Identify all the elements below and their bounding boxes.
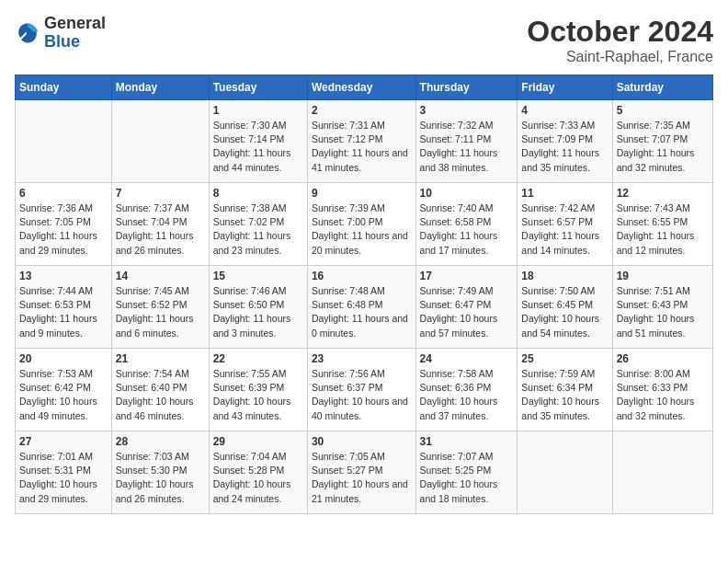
- cell-content: Sunrise: 7:54 AMSunset: 6:40 PMDaylight:…: [116, 367, 205, 423]
- calendar-week-row: 1Sunrise: 7:30 AMSunset: 7:14 PMDaylight…: [16, 100, 713, 183]
- calendar-cell: 9Sunrise: 7:39 AMSunset: 7:00 PMDaylight…: [307, 183, 415, 266]
- calendar-cell: 15Sunrise: 7:46 AMSunset: 6:50 PMDayligh…: [209, 266, 307, 349]
- day-number: 28: [116, 435, 205, 448]
- cell-content: Sunrise: 7:31 AMSunset: 7:12 PMDaylight:…: [312, 119, 412, 175]
- day-number: 30: [312, 435, 412, 448]
- calendar-cell: 8Sunrise: 7:38 AMSunset: 7:02 PMDaylight…: [209, 183, 307, 266]
- day-number: 2: [312, 104, 412, 117]
- logo-text: General Blue: [44, 15, 106, 52]
- cell-content: Sunrise: 7:03 AMSunset: 5:30 PMDaylight:…: [116, 450, 205, 506]
- calendar-cell: 2Sunrise: 7:31 AMSunset: 7:12 PMDaylight…: [307, 100, 415, 183]
- day-number: 29: [213, 435, 303, 448]
- calendar-cell: 14Sunrise: 7:45 AMSunset: 6:52 PMDayligh…: [111, 266, 209, 349]
- calendar-cell: 12Sunrise: 7:43 AMSunset: 6:55 PMDayligh…: [612, 183, 712, 266]
- cell-content: Sunrise: 7:43 AMSunset: 6:55 PMDaylight:…: [617, 201, 709, 258]
- day-number: 1: [213, 104, 303, 117]
- calendar-cell: 20Sunrise: 7:53 AMSunset: 6:42 PMDayligh…: [16, 349, 112, 431]
- cell-content: Sunrise: 7:56 AMSunset: 6:37 PMDaylight:…: [312, 367, 412, 423]
- cell-content: Sunrise: 7:45 AMSunset: 6:52 PMDaylight:…: [116, 284, 205, 340]
- calendar-cell: 1Sunrise: 7:30 AMSunset: 7:14 PMDaylight…: [209, 100, 307, 183]
- day-number: 27: [19, 435, 108, 448]
- day-number: 3: [420, 104, 514, 117]
- calendar-title: October 2024: [527, 15, 713, 49]
- cell-content: Sunrise: 7:07 AMSunset: 5:25 PMDaylight:…: [420, 450, 514, 506]
- day-number: 11: [521, 187, 608, 200]
- calendar-cell: 6Sunrise: 7:36 AMSunset: 7:05 PMDaylight…: [16, 183, 112, 266]
- calendar-cell: 13Sunrise: 7:44 AMSunset: 6:53 PMDayligh…: [16, 266, 112, 349]
- calendar-cell: 24Sunrise: 7:58 AMSunset: 6:36 PMDayligh…: [415, 349, 518, 431]
- day-number: 31: [420, 435, 514, 448]
- calendar-cell: 5Sunrise: 7:35 AMSunset: 7:07 PMDaylight…: [612, 100, 712, 183]
- header-cell: Friday: [518, 75, 612, 100]
- day-number: 6: [19, 187, 108, 200]
- day-number: 17: [420, 270, 514, 282]
- calendar-cell: 7Sunrise: 7:37 AMSunset: 7:04 PMDaylight…: [111, 183, 209, 266]
- cell-content: Sunrise: 7:48 AMSunset: 6:48 PMDaylight:…: [312, 284, 412, 340]
- day-number: 19: [617, 270, 709, 282]
- calendar-cell: 21Sunrise: 7:54 AMSunset: 6:40 PMDayligh…: [111, 349, 209, 431]
- calendar-table: SundayMondayTuesdayWednesdayThursdayFrid…: [15, 75, 713, 514]
- cell-content: Sunrise: 7:01 AMSunset: 5:31 PMDaylight:…: [19, 450, 108, 506]
- cell-content: Sunrise: 7:04 AMSunset: 5:28 PMDaylight:…: [213, 450, 303, 506]
- cell-content: Sunrise: 7:46 AMSunset: 6:50 PMDaylight:…: [213, 284, 303, 340]
- day-number: 18: [521, 270, 608, 282]
- calendar-cell: [518, 431, 612, 514]
- day-number: 25: [521, 352, 608, 365]
- day-number: 4: [521, 104, 608, 117]
- cell-content: Sunrise: 7:49 AMSunset: 6:47 PMDaylight:…: [420, 284, 514, 340]
- cell-content: Sunrise: 7:37 AMSunset: 7:04 PMDaylight:…: [116, 201, 205, 258]
- calendar-body: 1Sunrise: 7:30 AMSunset: 7:14 PMDaylight…: [16, 100, 713, 514]
- cell-content: Sunrise: 7:44 AMSunset: 6:53 PMDaylight:…: [19, 284, 108, 340]
- cell-content: Sunrise: 7:58 AMSunset: 6:36 PMDaylight:…: [420, 367, 514, 423]
- logo-general: General: [44, 15, 106, 33]
- day-number: 10: [420, 187, 514, 200]
- calendar-cell: 28Sunrise: 7:03 AMSunset: 5:30 PMDayligh…: [111, 431, 209, 514]
- cell-content: Sunrise: 7:55 AMSunset: 6:39 PMDaylight:…: [213, 367, 303, 423]
- day-number: 13: [19, 270, 108, 282]
- header-cell: Sunday: [16, 75, 112, 100]
- day-number: 21: [116, 352, 205, 365]
- calendar-week-row: 20Sunrise: 7:53 AMSunset: 6:42 PMDayligh…: [16, 349, 713, 431]
- cell-content: Sunrise: 7:32 AMSunset: 7:11 PMDaylight:…: [420, 119, 514, 175]
- cell-content: Sunrise: 7:53 AMSunset: 6:42 PMDaylight:…: [19, 367, 108, 423]
- day-number: 20: [19, 352, 108, 365]
- cell-content: Sunrise: 7:30 AMSunset: 7:14 PMDaylight:…: [213, 119, 303, 175]
- day-number: 8: [213, 187, 303, 200]
- day-number: 12: [617, 187, 709, 200]
- day-number: 5: [617, 104, 709, 117]
- calendar-cell: 17Sunrise: 7:49 AMSunset: 6:47 PMDayligh…: [415, 266, 518, 349]
- logo-blue: Blue: [44, 33, 106, 52]
- day-number: 22: [213, 352, 303, 365]
- calendar-week-row: 6Sunrise: 7:36 AMSunset: 7:05 PMDaylight…: [16, 183, 713, 266]
- cell-content: Sunrise: 7:50 AMSunset: 6:45 PMDaylight:…: [521, 284, 608, 340]
- calendar-week-row: 13Sunrise: 7:44 AMSunset: 6:53 PMDayligh…: [16, 266, 713, 349]
- calendar-cell: 18Sunrise: 7:50 AMSunset: 6:45 PMDayligh…: [518, 266, 612, 349]
- cell-content: Sunrise: 7:42 AMSunset: 6:57 PMDaylight:…: [521, 201, 608, 258]
- day-number: 7: [116, 187, 205, 200]
- calendar-cell: [111, 100, 209, 183]
- calendar-cell: 26Sunrise: 8:00 AMSunset: 6:33 PMDayligh…: [612, 349, 712, 431]
- logo-icon: [15, 20, 40, 46]
- header-row: SundayMondayTuesdayWednesdayThursdayFrid…: [16, 75, 713, 100]
- calendar-cell: 4Sunrise: 7:33 AMSunset: 7:09 PMDaylight…: [518, 100, 612, 183]
- day-number: 14: [116, 270, 205, 282]
- cell-content: Sunrise: 7:59 AMSunset: 6:34 PMDaylight:…: [521, 367, 608, 423]
- header-cell: Tuesday: [209, 75, 307, 100]
- day-number: 16: [312, 270, 412, 282]
- cell-content: Sunrise: 7:40 AMSunset: 6:58 PMDaylight:…: [420, 201, 514, 258]
- cell-content: Sunrise: 7:05 AMSunset: 5:27 PMDaylight:…: [312, 450, 412, 506]
- calendar-cell: 30Sunrise: 7:05 AMSunset: 5:27 PMDayligh…: [307, 431, 415, 514]
- calendar-header: SundayMondayTuesdayWednesdayThursdayFrid…: [16, 75, 713, 100]
- calendar-cell: 29Sunrise: 7:04 AMSunset: 5:28 PMDayligh…: [209, 431, 307, 514]
- calendar-subtitle: Saint-Raphael, France: [527, 49, 713, 65]
- calendar-cell: 25Sunrise: 7:59 AMSunset: 6:34 PMDayligh…: [518, 349, 612, 431]
- calendar-cell: [612, 431, 712, 514]
- calendar-cell: 27Sunrise: 7:01 AMSunset: 5:31 PMDayligh…: [16, 431, 112, 514]
- cell-content: Sunrise: 7:33 AMSunset: 7:09 PMDaylight:…: [521, 119, 608, 175]
- day-number: 23: [312, 352, 412, 365]
- day-number: 9: [312, 187, 412, 200]
- title-block: October 2024 Saint-Raphael, France: [527, 15, 713, 65]
- calendar-cell: 3Sunrise: 7:32 AMSunset: 7:11 PMDaylight…: [415, 100, 518, 183]
- calendar-cell: 23Sunrise: 7:56 AMSunset: 6:37 PMDayligh…: [307, 349, 415, 431]
- calendar-week-row: 27Sunrise: 7:01 AMSunset: 5:31 PMDayligh…: [16, 431, 713, 514]
